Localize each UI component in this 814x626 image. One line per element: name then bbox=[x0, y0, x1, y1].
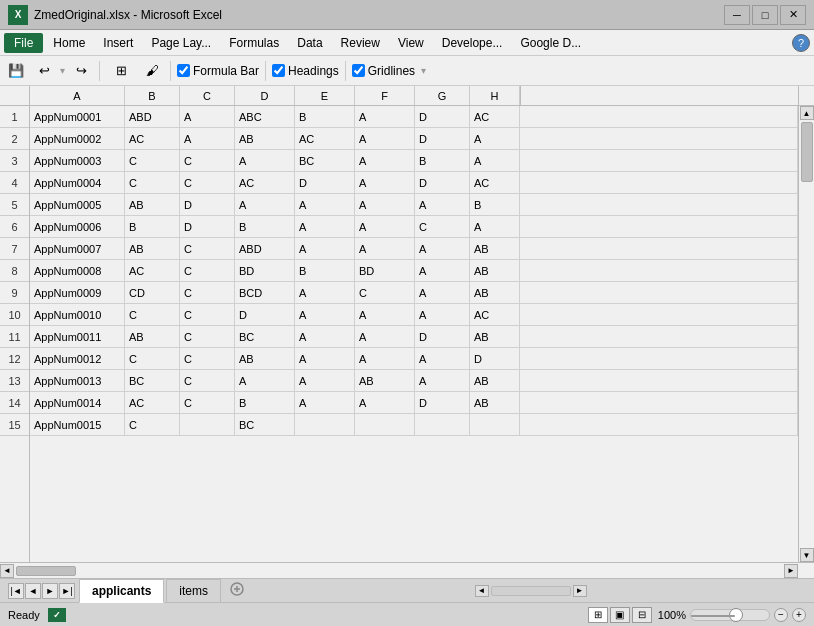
paint-btn[interactable]: 🖌 bbox=[140, 60, 164, 82]
sheet-tab-items[interactable]: items bbox=[166, 579, 221, 602]
col-header-d[interactable]: D bbox=[235, 86, 295, 105]
cell-14-C[interactable]: C bbox=[180, 392, 235, 413]
cell-15-C[interactable] bbox=[180, 414, 235, 435]
scroll-left-arrow[interactable]: ◄ bbox=[0, 564, 14, 578]
row-num-13[interactable]: 13 bbox=[0, 370, 29, 392]
cell-11-H[interactable]: AB bbox=[470, 326, 520, 347]
cell-8-A[interactable]: AppNum0008 bbox=[30, 260, 125, 281]
cell-13-F[interactable]: AB bbox=[355, 370, 415, 391]
cell-8-E[interactable]: B bbox=[295, 260, 355, 281]
cell-10-D[interactable]: D bbox=[235, 304, 295, 325]
cell-11-G[interactable]: D bbox=[415, 326, 470, 347]
cell-15-H[interactable] bbox=[470, 414, 520, 435]
cell-2-A[interactable]: AppNum0002 bbox=[30, 128, 125, 149]
cell-10-C[interactable]: C bbox=[180, 304, 235, 325]
zoom-slider[interactable] bbox=[690, 609, 770, 621]
cell-8-C[interactable]: C bbox=[180, 260, 235, 281]
row-num-2[interactable]: 2 bbox=[0, 128, 29, 150]
cell-14-D[interactable]: B bbox=[235, 392, 295, 413]
row-num-5[interactable]: 5 bbox=[0, 194, 29, 216]
cell-5-E[interactable]: A bbox=[295, 194, 355, 215]
row-num-1[interactable]: 1 bbox=[0, 106, 29, 128]
row-num-9[interactable]: 9 bbox=[0, 282, 29, 304]
cell-7-F[interactable]: A bbox=[355, 238, 415, 259]
sheet-tab-applicants[interactable]: applicants bbox=[79, 579, 164, 603]
cell-14-B[interactable]: AC bbox=[125, 392, 180, 413]
cell-3-H[interactable]: A bbox=[470, 150, 520, 171]
cell-4-G[interactable]: D bbox=[415, 172, 470, 193]
row-num-10[interactable]: 10 bbox=[0, 304, 29, 326]
cell-11-B[interactable]: AB bbox=[125, 326, 180, 347]
cell-13-H[interactable]: AB bbox=[470, 370, 520, 391]
cell-5-C[interactable]: D bbox=[180, 194, 235, 215]
cell-15-B[interactable]: C bbox=[125, 414, 180, 435]
menu-home[interactable]: Home bbox=[45, 33, 93, 53]
cell-10-H[interactable]: AC bbox=[470, 304, 520, 325]
cell-10-B[interactable]: C bbox=[125, 304, 180, 325]
cell-1-D[interactable]: ABC bbox=[235, 106, 295, 127]
scroll-thumb-v[interactable] bbox=[801, 122, 813, 182]
cell-12-G[interactable]: A bbox=[415, 348, 470, 369]
menu-developer[interactable]: Develope... bbox=[434, 33, 511, 53]
cell-14-E[interactable]: A bbox=[295, 392, 355, 413]
cell-6-B[interactable]: B bbox=[125, 216, 180, 237]
cell-9-F[interactable]: C bbox=[355, 282, 415, 303]
menu-formulas[interactable]: Formulas bbox=[221, 33, 287, 53]
formula-bar-cb[interactable] bbox=[177, 64, 190, 77]
cell-7-E[interactable]: A bbox=[295, 238, 355, 259]
cell-7-B[interactable]: AB bbox=[125, 238, 180, 259]
cell-2-D[interactable]: AB bbox=[235, 128, 295, 149]
cell-2-H[interactable]: A bbox=[470, 128, 520, 149]
row-num-6[interactable]: 6 bbox=[0, 216, 29, 238]
scrollbar-horizontal[interactable]: ◄ ► bbox=[0, 562, 814, 578]
cell-7-H[interactable]: AB bbox=[470, 238, 520, 259]
scroll-down-arrow[interactable]: ▼ bbox=[800, 548, 814, 562]
cell-13-B[interactable]: BC bbox=[125, 370, 180, 391]
cell-9-A[interactable]: AppNum0009 bbox=[30, 282, 125, 303]
cell-12-A[interactable]: AppNum0012 bbox=[30, 348, 125, 369]
row-num-12[interactable]: 12 bbox=[0, 348, 29, 370]
tab-first-button[interactable]: |◄ bbox=[8, 583, 24, 599]
cell-7-G[interactable]: A bbox=[415, 238, 470, 259]
cell-12-B[interactable]: C bbox=[125, 348, 180, 369]
cell-15-E[interactable] bbox=[295, 414, 355, 435]
scroll-right-arrow[interactable]: ► bbox=[784, 564, 798, 578]
cell-4-B[interactable]: C bbox=[125, 172, 180, 193]
gridlines-cb[interactable] bbox=[352, 64, 365, 77]
cell-4-E[interactable]: D bbox=[295, 172, 355, 193]
cell-1-H[interactable]: AC bbox=[470, 106, 520, 127]
row-num-15[interactable]: 15 bbox=[0, 414, 29, 436]
cell-14-H[interactable]: AB bbox=[470, 392, 520, 413]
cell-1-B[interactable]: ABD bbox=[125, 106, 180, 127]
col-header-f[interactable]: F bbox=[355, 86, 415, 105]
cell-5-F[interactable]: A bbox=[355, 194, 415, 215]
cell-13-C[interactable]: C bbox=[180, 370, 235, 391]
cell-8-D[interactable]: BD bbox=[235, 260, 295, 281]
cell-3-F[interactable]: A bbox=[355, 150, 415, 171]
minimize-button[interactable]: ─ bbox=[724, 5, 750, 25]
cell-6-C[interactable]: D bbox=[180, 216, 235, 237]
cell-9-C[interactable]: C bbox=[180, 282, 235, 303]
cell-11-E[interactable]: A bbox=[295, 326, 355, 347]
col-header-b[interactable]: B bbox=[125, 86, 180, 105]
cell-13-E[interactable]: A bbox=[295, 370, 355, 391]
col-header-g[interactable]: G bbox=[415, 86, 470, 105]
headings-cb[interactable] bbox=[272, 64, 285, 77]
cell-5-G[interactable]: A bbox=[415, 194, 470, 215]
row-num-4[interactable]: 4 bbox=[0, 172, 29, 194]
row-num-3[interactable]: 3 bbox=[0, 150, 29, 172]
cell-6-D[interactable]: B bbox=[235, 216, 295, 237]
customize-btn[interactable]: ⊞ bbox=[106, 60, 136, 82]
tab-prev-button[interactable]: ◄ bbox=[25, 583, 41, 599]
cell-3-D[interactable]: A bbox=[235, 150, 295, 171]
row-num-14[interactable]: 14 bbox=[0, 392, 29, 414]
page-break-button[interactable]: ⊟ bbox=[632, 607, 652, 623]
cell-4-D[interactable]: AC bbox=[235, 172, 295, 193]
new-sheet-button[interactable] bbox=[227, 579, 247, 599]
cell-12-F[interactable]: A bbox=[355, 348, 415, 369]
formula-bar-toggle[interactable]: Formula Bar bbox=[177, 64, 259, 78]
cell-9-H[interactable]: AB bbox=[470, 282, 520, 303]
tab-last-button[interactable]: ►| bbox=[59, 583, 75, 599]
cell-8-F[interactable]: BD bbox=[355, 260, 415, 281]
cell-2-B[interactable]: AC bbox=[125, 128, 180, 149]
